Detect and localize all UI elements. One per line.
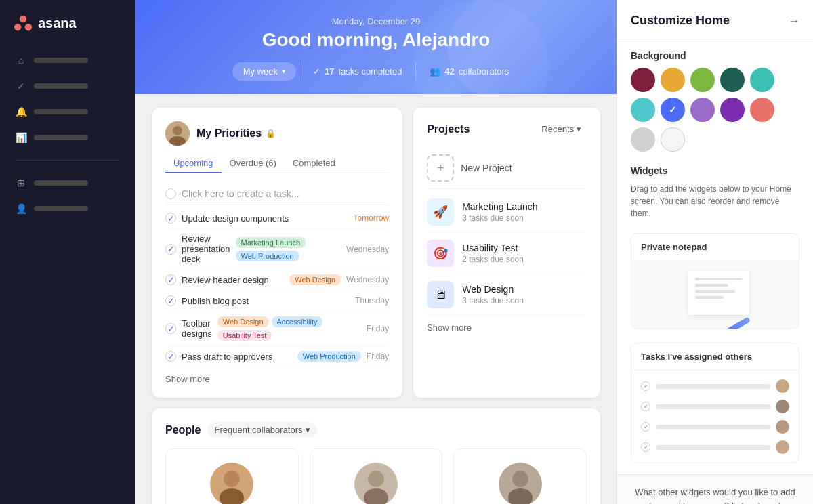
table-row[interactable]: ✓ Update design components Tomorrow (165, 208, 389, 229)
color-swatch-teal[interactable] (750, 68, 774, 92)
color-swatch-pink[interactable] (750, 98, 774, 122)
people-header: People Frequent collaborators ▾ (165, 422, 587, 438)
color-swatch-maroon[interactable] (631, 68, 655, 92)
collaborators-count: 42 (444, 66, 454, 77)
task-check-2[interactable]: ✓ (165, 244, 176, 255)
sidebar-item-portfolios-label (34, 180, 88, 186)
tab-upcoming[interactable]: Upcoming (165, 154, 222, 173)
sidebar-item-tasks[interactable]: ✓ (8, 75, 127, 98)
list-item[interactable]: Zoe Wong Collaborating with me on 11 tas… (165, 448, 299, 504)
color-swatch-light-purple[interactable] (690, 98, 715, 122)
recents-label: Recents (541, 124, 574, 134)
table-row[interactable]: ✓ Review presentation deck Marketing Lau… (165, 229, 389, 270)
sidebar-item-tasks-label (34, 83, 88, 89)
task-name-1: Update design components (182, 213, 348, 224)
background-section: Background (631, 50, 799, 152)
project-info-usability: Usability Test 2 tasks due soon (462, 243, 587, 264)
task-tags-3: Web Design (289, 274, 341, 285)
table-row[interactable]: ✓ Toolbar designs Web Design Accessibili… (165, 312, 389, 346)
tab-completed[interactable]: Completed (285, 154, 343, 173)
notepad-line-1 (695, 278, 743, 280)
tasks-line-3 (656, 425, 770, 429)
tasks-widget-item-3: ✓ (641, 417, 789, 437)
tasks-completed-count: 17 (325, 66, 334, 77)
bell-icon: 🔔 (15, 106, 27, 118)
task-name-3: Review header design (182, 275, 284, 285)
notepad-widget[interactable]: Private notepad (631, 233, 799, 329)
color-swatch-purple[interactable] (720, 98, 745, 122)
project-name-marketing: Marketing Launch (462, 201, 587, 212)
header-banner: Monday, December 29 Good morning, Alejan… (136, 0, 617, 94)
color-swatch-white[interactable] (661, 127, 685, 152)
widgets-desc: Drag to add the widgets below to your Ho… (631, 183, 799, 219)
tasks-line-1 (656, 384, 770, 389)
svg-point-4 (173, 126, 182, 135)
sidebar-item-profile-label (34, 206, 88, 211)
list-item[interactable]: Richard Taylor Assign a task to start co… (310, 448, 443, 504)
color-swatch-blue[interactable] (661, 98, 685, 122)
tasks-check-sm-3: ✓ (641, 422, 650, 432)
color-swatch-dark-green[interactable] (720, 68, 745, 92)
task-check-3[interactable]: ✓ (165, 274, 176, 285)
projects-header: Projects Recents ▾ (427, 121, 587, 137)
color-swatch-gray[interactable] (631, 127, 655, 152)
header-title-area: Monday, December 29 Good morning, Alejan… (157, 16, 595, 51)
tasks-assigned-widget[interactable]: Tasks I've assigned others ✓ ✓ ✓ (631, 343, 799, 463)
home-icon: ⌂ (15, 54, 27, 66)
sidebar-item-profile[interactable]: 👤 (8, 197, 127, 220)
tasks-widget-list: ✓ ✓ ✓ ✓ (631, 371, 799, 463)
sidebar-item-portfolios[interactable]: ⊞ (8, 171, 127, 194)
tag-web-design-2: Web Design (217, 316, 269, 327)
task-check-4[interactable]: ✓ (165, 295, 176, 306)
project-due-marketing: 3 tasks due soon (462, 213, 587, 223)
priorities-title-area: My Priorities 🔒 (196, 127, 389, 140)
feedback-section: What other widgets would you like to add… (617, 474, 813, 504)
task-check-1[interactable]: ✓ (165, 213, 176, 224)
task-name-5: Toolbar designs (182, 318, 212, 339)
my-week-pill[interactable]: My week ▾ (232, 62, 296, 81)
header-stats: My week ▾ ✓ 17 tasks completed 👥 42 coll… (157, 62, 595, 81)
tab-overdue[interactable]: Overdue (6) (222, 154, 285, 173)
person-avatar-zoe (210, 463, 253, 504)
new-project-button[interactable]: + New Project (427, 148, 587, 189)
chevron-down-icon: ▾ (282, 68, 285, 75)
color-swatch-green[interactable] (690, 68, 715, 92)
cards-row: My Priorities 🔒 Upcoming Overdue (6) Com… (152, 108, 600, 398)
frequent-collaborators-button[interactable]: Frequent collaborators ▾ (207, 422, 316, 438)
create-task-row[interactable]: Click here to create a task... (165, 183, 389, 205)
recents-button[interactable]: Recents ▾ (536, 121, 587, 137)
list-item[interactable]: 🎯 Usability Test 2 tasks due soon (427, 233, 587, 274)
table-row[interactable]: ✓ Publish blog post Thursday (165, 291, 389, 312)
list-item[interactable]: 🚀 Marketing Launch 3 tasks due soon (427, 192, 587, 233)
color-swatch-light-teal[interactable] (631, 98, 655, 122)
show-more-tasks[interactable]: Show more (165, 374, 389, 384)
table-row[interactable]: ✓ Review header design Web Design Wednes… (165, 270, 389, 291)
project-due-webdesign: 3 tasks due soon (462, 296, 587, 306)
task-tags-5: Web Design Accessibility Usability Test (217, 316, 361, 341)
table-row[interactable]: ✓ Pass draft to approvers Web Production… (165, 346, 389, 367)
header-date: Monday, December 29 (157, 16, 595, 26)
sidebar-item-inbox[interactable]: 🔔 (8, 100, 127, 123)
tasks-widget-item-4: ✓ (641, 437, 789, 457)
check-complete-icon: ✓ (313, 66, 320, 77)
project-name-webdesign: Web Design (462, 284, 587, 295)
task-name-6: Pass draft to approvers (182, 352, 292, 362)
task-check-5[interactable]: ✓ (165, 323, 176, 334)
collaborators-stat: 👥 42 collaborators (419, 62, 520, 81)
sidebar-item-home[interactable]: ⌂ (8, 49, 127, 72)
person-avatar-richard (354, 463, 398, 504)
task-tags-2: Marketing Launch Web Production (236, 237, 341, 261)
task-check-6[interactable]: ✓ (165, 351, 176, 362)
panel-close-button[interactable]: → (789, 15, 799, 27)
show-more-projects[interactable]: Show more (427, 322, 587, 333)
list-item[interactable]: Dave Jung Assign a task to start collabo… (453, 448, 587, 504)
project-icon-usability: 🎯 (427, 240, 454, 267)
list-item[interactable]: 🖥 Web Design 3 tasks due soon (427, 274, 587, 316)
notepad-title: Private notepad (631, 234, 799, 261)
color-swatch-orange[interactable] (661, 68, 685, 92)
collaborators-label: collaborators (459, 66, 509, 77)
sidebar-item-insights[interactable]: 📊 (8, 126, 127, 149)
project-info-webdesign: Web Design 3 tasks due soon (462, 284, 587, 306)
sidebar-logo[interactable]: asana (0, 14, 136, 49)
new-project-icon: + (427, 154, 454, 182)
